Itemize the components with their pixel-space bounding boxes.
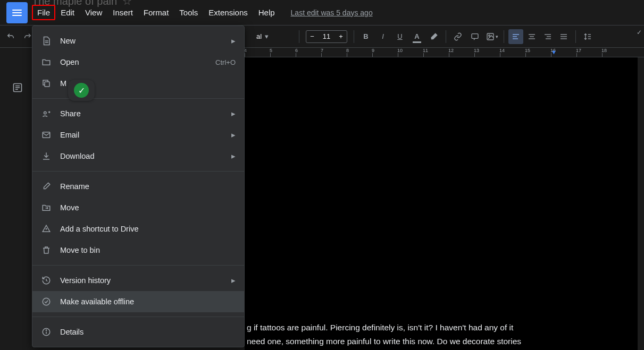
ruler-marker-icon[interactable]: ▼ [551,49,557,55]
align-center-button[interactable] [524,29,539,44]
menu-item-label: Move [60,203,236,212]
menu-item-move-to-bin[interactable]: Move to bin [32,240,244,261]
font-size-control: − + [306,30,347,43]
italic-button[interactable]: I [375,29,390,44]
menu-item-share[interactable]: Share ▸ [32,103,244,124]
text-line: need one, something more painful to writ… [247,335,616,348]
svg-point-25 [44,112,47,114]
svg-point-27 [43,298,50,305]
offline-icon [41,296,52,307]
menu-item-label: New [60,37,227,45]
caret-down-icon: ▾ [265,32,269,40]
menu-item-label: Share [60,109,227,118]
submenu-arrow-icon: ▸ [231,152,236,160]
menu-item-make-available-offline[interactable]: Make available offline [32,291,244,312]
star-icon[interactable]: ☆ [122,0,132,7]
menu-item-download[interactable]: Download ▸ [32,146,244,167]
history-icon [41,275,52,286]
undo-button[interactable] [3,29,18,44]
insert-image-button[interactable]: ▾ [484,29,499,44]
paragraph-style-dropdown[interactable]: al ▾ [252,29,295,44]
line-spacing-button[interactable] [580,29,595,44]
menu-item-label: Rename [60,182,236,191]
menu-item-label: Download [60,152,227,160]
separator [446,30,446,43]
separator [354,30,354,43]
menu-tools[interactable]: Tools [174,5,203,20]
separator [299,30,299,43]
menu-item-rename[interactable]: Rename [32,176,244,197]
svg-rect-0 [472,33,478,38]
check-icon: ✓ [74,83,89,98]
rename-icon [41,181,52,192]
menu-item-label: Add a shortcut to Drive [60,225,236,233]
download-icon [41,151,52,161]
menu-extensions[interactable]: Extensions [203,5,253,20]
align-left-button[interactable] [508,29,523,44]
svg-point-30 [46,330,46,330]
separator [504,30,504,43]
align-right-button[interactable] [540,29,555,44]
font-size-input[interactable] [318,32,335,40]
document-title[interactable]: The maple of pain [32,0,117,7]
move-icon [41,202,52,213]
file-menu-dropdown: New ▸ Open Ctrl+O M opy Share ▸ Email ▸ [32,25,245,347]
menu-item-label: Details [60,328,236,336]
menu-item-details[interactable]: Details [32,321,244,343]
menu-divider [32,171,244,172]
underline-button[interactable]: U [392,29,407,44]
menu-item-move[interactable]: Move [32,197,244,218]
folder-icon [41,57,52,67]
submenu-arrow-icon: ▸ [231,276,236,285]
info-icon [41,327,52,337]
menu-format[interactable]: Format [138,5,174,20]
copy-icon [41,78,52,89]
document-title-row: The maple of pain ☆ [32,0,132,7]
docs-app-icon[interactable] [6,2,28,23]
share-icon [41,108,52,119]
offline-success-toast: ✓ [68,80,95,101]
insert-comment-button[interactable] [467,29,482,44]
menu-item-make-copy[interactable]: M opy [32,73,244,94]
document-body-text[interactable]: g if tattoos are painful. Piercing defin… [245,315,632,350]
document-canvas[interactable]: g if tattoos are painful. Piercing defin… [245,57,638,350]
menu-item-version-history[interactable]: Version history ▸ [32,270,244,291]
outline-toggle-button[interactable] [10,80,26,96]
add-shortcut-icon [41,224,52,234]
font-size-increase-button[interactable]: + [335,31,347,42]
menu-divider [32,317,244,317]
bold-button[interactable]: B [358,29,373,44]
menu-item-open[interactable]: Open Ctrl+O [32,52,244,73]
submenu-arrow-icon: ▸ [231,131,236,139]
submenu-arrow-icon: ▸ [231,109,236,118]
font-size-decrease-button[interactable]: − [306,31,318,42]
paragraph-style-value: al [256,32,262,40]
text-line: g if tattoos are painful. Piercing defin… [247,321,616,335]
menu-item-label: Move to bin [60,246,236,254]
menu-item-shortcut: Ctrl+O [215,58,236,66]
email-icon [41,130,52,140]
menu-help[interactable]: Help [253,5,280,20]
menu-item-label: Version history [60,276,227,285]
highlight-color-button[interactable] [426,29,441,44]
ruler[interactable]: ▼ [245,48,644,57]
menu-item-new[interactable]: New ▸ [32,30,244,52]
menu-item-label: Open [60,58,215,66]
svg-point-2 [488,35,490,36]
menu-item-add-shortcut[interactable]: Add a shortcut to Drive [32,218,244,240]
menu-divider [32,265,244,266]
menu-divider [32,98,244,99]
separator [575,30,576,43]
svg-rect-24 [45,82,49,87]
menu-item-label: Make available offline [60,297,236,306]
submenu-arrow-icon: ▸ [231,37,236,45]
menu-item-email[interactable]: Email ▸ [32,124,244,146]
align-justify-button[interactable] [556,29,571,44]
menu-item-label: Email [60,131,227,139]
insert-link-button[interactable] [450,29,465,44]
text-color-button[interactable]: A [409,29,424,44]
document-icon [41,36,52,46]
trash-icon [41,245,52,255]
toolbar-more-button[interactable]: ✓ [637,29,642,36]
last-edit-link[interactable]: Last edit was 5 days ago [291,8,373,17]
